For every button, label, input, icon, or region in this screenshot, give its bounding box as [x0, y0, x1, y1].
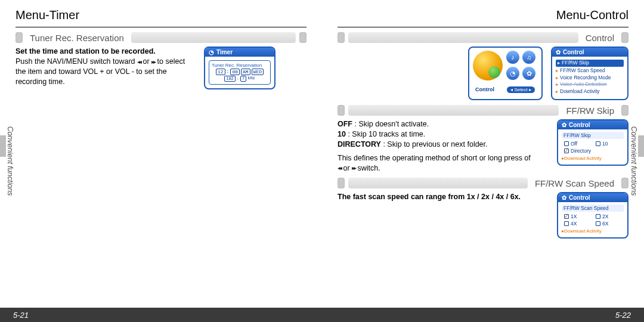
lcd-freq-b: 7 — [240, 76, 246, 82]
clock-icon: ◔ — [209, 49, 214, 55]
section-cap-icon — [621, 178, 628, 188]
manual-spread: Menu-Timer Tuner Rec. Reservation Set th… — [0, 0, 644, 322]
switch-text: switch. — [358, 164, 380, 172]
opt-2x: 2X — [596, 213, 624, 219]
title-rule — [338, 27, 628, 27]
margin-strip — [0, 135, 6, 157]
menu-item-hl: FF/RW Skip — [556, 60, 624, 67]
device-header-label: Timer — [216, 49, 233, 55]
opt-ten-desc: : Skip 10 tracks at time. — [346, 130, 425, 138]
device-skip-opts: Control FF/RW Skip Off 10 Directory Down… — [557, 119, 628, 166]
lcd-row-time: 12 : 00 AM WED — [212, 69, 268, 75]
device-header: Control — [552, 48, 627, 57]
device-header-label: Control — [569, 194, 590, 201]
section-cap-icon — [338, 32, 345, 43]
opt-label: Directory — [571, 148, 591, 154]
device-header-label: Control — [563, 49, 584, 55]
opt-dir: DIRECTORY — [338, 140, 381, 148]
checkbox-icon — [564, 214, 569, 219]
menu-item: Download Activity — [556, 88, 624, 95]
device-header-label: Control — [569, 122, 590, 128]
page-title-left: Menu-Timer — [16, 8, 306, 22]
section-tuner-rec: Tuner Rec. Reservation — [16, 32, 306, 43]
text-part: Push the NAVI/MENU switch toward — [16, 57, 137, 66]
section-cap-icon — [16, 32, 23, 43]
device-control-menu: Control FF/RW Skip FF/RW Scan Speed Voic… — [551, 47, 628, 100]
sub-title: Tuner Rec. Reservation — [212, 63, 268, 68]
opt-grid: Off 10 Directory — [564, 141, 624, 154]
section-fill — [348, 178, 528, 188]
section-cap-icon — [621, 32, 628, 43]
gear-cluster-icon — [473, 51, 503, 80]
opt-label: 1X — [571, 213, 577, 219]
lcd-day: WED — [252, 69, 264, 75]
device-header: ◔ Timer — [205, 48, 274, 57]
page-left: Menu-Timer Tuner Rec. Reservation Set th… — [0, 0, 322, 322]
opt-label: 4X — [571, 221, 577, 227]
tuner-rec-text: Set the time and station to be recorded.… — [16, 47, 194, 87]
music-icon: ♪ — [506, 51, 519, 64]
opt-10: 10 — [596, 141, 624, 147]
lcd-row-freq: 102 . 7 kHz — [212, 76, 268, 82]
section-fill — [131, 32, 296, 43]
section-cap-icon — [338, 178, 345, 188]
section-control: Control — [338, 32, 628, 43]
opt-dir-desc: : Skip to previous or next folder. — [381, 140, 488, 148]
icon-grid: ♪ ♫ ◔ ✿ Control ◂ Select ▸ — [472, 50, 539, 97]
page-number: 5-22 — [615, 311, 631, 320]
opt-off: OFF — [338, 120, 352, 128]
lcd-min: 00 — [230, 69, 240, 75]
opt-off: Off — [564, 141, 592, 147]
scan-text: The fast scan speed can range from 1x / … — [338, 192, 521, 202]
skip-text: OFF : Skip doesn't activate. 10 : Skip 1… — [338, 119, 531, 173]
section-fill — [348, 32, 578, 43]
bold-intro: Set the time and station to be recorded. — [16, 47, 156, 55]
opt-title: FF/RW Scan Speed — [562, 205, 624, 212]
section-fill — [348, 105, 559, 116]
checkbox-icon — [596, 141, 600, 146]
opt-title: FF/RW Skip — [562, 132, 624, 139]
clock-icon: ◔ — [506, 67, 519, 80]
content-row: Set the time and station to be recorded.… — [16, 47, 306, 89]
opt-1x: 1X — [564, 213, 592, 219]
gear-icon — [556, 49, 561, 55]
opt-label: 6X — [602, 221, 608, 227]
rewind-icon: ◂◂ — [338, 164, 341, 172]
device-scan-opts: Control FF/RW Scan Speed 1X 2X 4X 6X Dow… — [557, 192, 628, 239]
device-body: FF/RW Skip Off 10 Directory Download Act… — [558, 129, 627, 165]
page-footer-right: 5-22 — [322, 308, 644, 322]
forward-icon: ▸▸ — [151, 58, 155, 66]
side-label-left: Convenient functions — [6, 126, 14, 196]
gear-icon — [562, 194, 566, 201]
checkbox-icon — [596, 221, 600, 226]
device-timer: ◔ Timer Tuner Rec. Reservation 12 : 00 A… — [204, 47, 275, 89]
select-pill: ◂ Select ▸ — [507, 86, 535, 93]
note-icon: ♫ — [522, 51, 535, 64]
page-number: 5-21 — [13, 311, 29, 320]
opt-grid: 1X 2X 4X 6X — [564, 213, 624, 227]
opt-off-desc: : Skip doesn't activate. — [352, 120, 429, 128]
section-cap-icon — [299, 32, 306, 43]
opt-label: 2X — [602, 213, 608, 219]
defines-text: This defines the operating method of sho… — [338, 154, 531, 162]
menu-item: Voice Recording Mode — [556, 75, 624, 82]
device-body: Tuner Rec. Reservation 12 : 00 AM WED 10… — [205, 57, 274, 88]
menu-item: Voice Auto Detection — [556, 81, 624, 88]
scan-row: The fast scan speed can range from 1x / … — [338, 192, 628, 239]
title-rule — [16, 27, 306, 27]
lcd-ampm: AM — [241, 69, 250, 75]
opt-6x: 6X — [596, 221, 624, 227]
forward-icon: ▸▸ — [352, 164, 355, 172]
scan-bold: The fast scan speed can range from 1x / … — [338, 193, 521, 201]
rewind-icon: ◂◂ — [137, 58, 141, 66]
opt-4x: 4X — [564, 221, 592, 227]
section-ffrw-skip: FF/RW Skip — [338, 105, 628, 116]
section-cap-icon — [621, 105, 628, 116]
menu-item: FF/RW Scan Speed — [556, 67, 624, 75]
opt-ten: 10 — [338, 130, 346, 138]
device-header: Control — [558, 120, 627, 129]
control-illustration-row: ♪ ♫ ◔ ✿ Control ◂ Select ▸ Control FF/RW… — [338, 47, 628, 100]
section-label: Tuner Rec. Reservation — [26, 33, 128, 43]
select-text: Select — [514, 87, 527, 92]
device-sub: Tuner Rec. Reservation 12 : 00 AM WED 10… — [209, 60, 271, 85]
